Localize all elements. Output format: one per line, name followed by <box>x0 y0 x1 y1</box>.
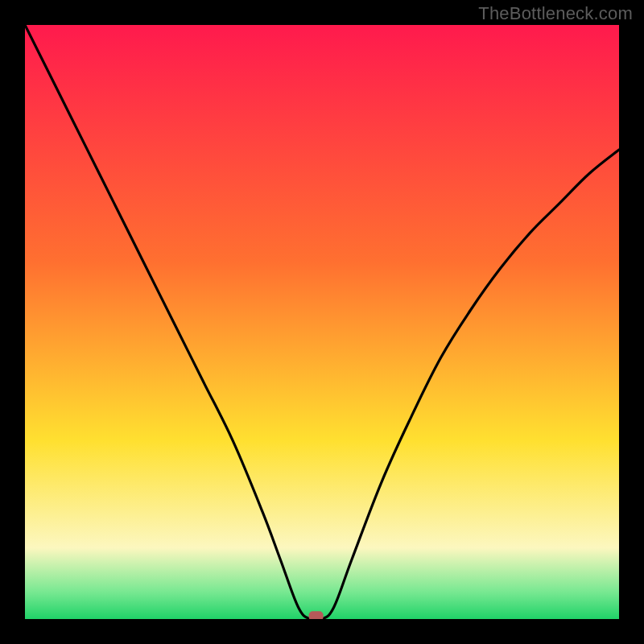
optimal-point-marker <box>309 611 324 619</box>
plot-svg <box>25 25 619 619</box>
plot-background-gradient <box>25 25 619 619</box>
chart-frame: TheBottleneck.com <box>0 0 644 644</box>
plot-area <box>25 25 619 619</box>
watermark-text: TheBottleneck.com <box>478 3 633 24</box>
